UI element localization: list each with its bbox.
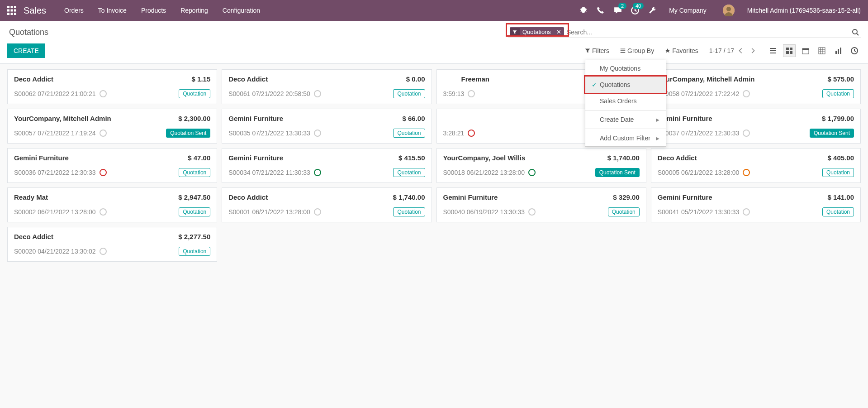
favorites-button[interactable]: Favorites <box>665 47 698 54</box>
view-list-icon[interactable] <box>767 44 779 57</box>
activities-icon[interactable]: 40 <box>631 6 639 14</box>
clock-icon <box>528 208 536 216</box>
kanban-card[interactable]: Ready Mat $ 2,947.50 S00002 06/21/2022 1… <box>7 187 217 222</box>
card-customer: Gemini Furniture <box>658 193 712 201</box>
kanban-card[interactable]: Deco Addict $ 0.00 S00061 07/21/2022 20:… <box>222 69 432 104</box>
svg-rect-14 <box>621 50 626 51</box>
nav-reporting[interactable]: Reporting <box>180 7 208 14</box>
svg-rect-5 <box>14 10 16 12</box>
company-name[interactable]: My Company <box>669 7 706 14</box>
view-activity-icon[interactable] <box>848 44 861 57</box>
view-kanban-icon[interactable] <box>783 44 796 57</box>
bug-icon[interactable] <box>579 6 588 14</box>
card-ref: S00002 06/21/2022 13:28:00 <box>14 208 107 216</box>
kanban-card[interactable]: Deco Addict $ 405.00 S00005 06/21/2022 1… <box>651 148 861 183</box>
user-name[interactable]: Mitchell Admin (17694536-saas-15-2-all) <box>747 7 861 14</box>
create-button[interactable]: CREATE <box>7 43 45 58</box>
filter-my-quotations[interactable]: My Quotations <box>585 60 666 77</box>
phone-icon[interactable] <box>597 6 605 14</box>
filters-dropdown: My Quotations ✓Quotations Sales Orders C… <box>585 60 666 147</box>
kanban-card[interactable]: YourCompany, Mitchell Admin $ 575.00 S00… <box>651 69 861 104</box>
card-ref: S00040 06/19/2022 13:30:33 <box>443 208 536 216</box>
nav-to-invoice[interactable]: To Invoice <box>98 7 127 14</box>
search-icon[interactable] <box>852 29 859 36</box>
view-graph-icon[interactable] <box>832 44 844 57</box>
svg-rect-22 <box>790 51 792 54</box>
svg-rect-0 <box>7 6 9 8</box>
nav-products[interactable]: Products <box>141 7 166 14</box>
search-facet: Quotations ✕ <box>510 27 564 37</box>
card-ref: S00061 07/21/2022 20:58:50 <box>228 90 321 97</box>
app-brand[interactable]: Sales <box>24 5 46 16</box>
pager-next-icon[interactable] <box>749 48 756 54</box>
svg-point-12 <box>853 29 857 34</box>
kanban-card[interactable]: YourCompany, Mitchell Admin $ 2,300.00 S… <box>7 109 217 144</box>
card-ref: S00062 07/21/2022 21:00:21 <box>14 90 107 97</box>
status-badge: Quotation <box>393 129 425 138</box>
svg-rect-30 <box>835 51 837 54</box>
svg-rect-13 <box>621 49 626 50</box>
facet-remove-icon[interactable]: ✕ <box>554 27 564 37</box>
nav-orders[interactable]: Orders <box>64 7 84 14</box>
kanban-card[interactable]: Gemini Furniture $ 1,799.00 S00037 07/21… <box>651 109 861 144</box>
tools-icon[interactable] <box>648 6 656 14</box>
filter-sales-orders[interactable]: Sales Orders <box>585 93 666 109</box>
group-by-button[interactable]: Group By <box>620 47 654 54</box>
status-badge: Quotation <box>179 89 210 98</box>
card-ref: 3:28:21 <box>443 130 475 137</box>
kanban-card[interactable]: Gemini Furniture $ 47.00 S00036 07/21/20… <box>7 148 217 183</box>
status-badge: Quotation <box>822 89 854 98</box>
clock-icon <box>100 248 107 255</box>
chevron-right-icon: ▶ <box>656 117 659 122</box>
card-ref: S00005 06/21/2022 13:28:00 <box>658 169 750 176</box>
card-customer: Deco Addict <box>14 75 53 83</box>
kanban-card[interactable]: Gemini Furniture $ 329.00 S00040 06/19/2… <box>436 187 646 222</box>
status-badge: Quotation <box>393 207 425 216</box>
filter-quotations[interactable]: ✓Quotations <box>585 77 666 93</box>
svg-rect-17 <box>770 50 776 51</box>
card-amount: $ 66.00 <box>402 115 425 122</box>
search-bar[interactable]: Quotations ✕ <box>508 26 861 38</box>
kanban-card[interactable]: YourCompany, Joel Willis $ 1,740.00 S000… <box>436 148 646 183</box>
view-pivot-icon[interactable] <box>816 44 828 57</box>
kanban-card[interactable]: Gemini Furniture $ 66.00 S00035 07/21/20… <box>222 109 432 144</box>
clock-icon <box>468 90 475 97</box>
card-amount: $ 1.15 <box>192 75 211 83</box>
card-amount: $ 2,947.50 <box>178 193 210 201</box>
card-ref: 3:59:13 <box>443 90 475 97</box>
kanban-card[interactable]: Deco Addict $ 2,277.50 S00020 04/21/2022… <box>7 227 217 262</box>
card-amount: $ 575.00 <box>828 75 854 83</box>
svg-rect-1 <box>11 6 13 8</box>
filters-button[interactable]: Filters <box>585 47 609 54</box>
card-amount: $ 1,740.00 <box>393 193 425 201</box>
svg-rect-20 <box>790 48 792 50</box>
svg-rect-31 <box>838 49 839 54</box>
view-calendar-icon[interactable] <box>799 44 812 57</box>
card-customer: YourCompany, Mitchell Admin <box>14 115 111 122</box>
top-navbar: Sales Orders To Invoice Products Reporti… <box>0 0 868 21</box>
clock-icon <box>100 169 107 176</box>
status-badge: Quotation <box>393 168 425 177</box>
card-customer: Deco Addict <box>228 75 268 83</box>
card-customer: YourCompany, Mitchell Admin <box>658 75 755 83</box>
clock-icon <box>528 169 536 176</box>
pager-value[interactable]: 1-17 / 17 <box>709 47 734 54</box>
avatar[interactable] <box>723 5 735 16</box>
card-customer: Deco Addict <box>14 233 53 240</box>
pager-prev-icon[interactable] <box>738 48 744 54</box>
messages-icon[interactable]: 2 <box>614 6 622 14</box>
apps-icon[interactable] <box>7 6 16 15</box>
filter-add-custom[interactable]: Add Custom Filter ▶ <box>585 130 666 146</box>
search-input[interactable] <box>567 29 845 36</box>
svg-rect-24 <box>802 48 809 50</box>
filter-create-date[interactable]: Create Date ▶ <box>585 111 666 128</box>
status-badge: Quotation Sent <box>595 168 640 177</box>
kanban-card[interactable]: Deco Addict $ 1.15 S00062 07/21/2022 21:… <box>7 69 217 104</box>
kanban-card[interactable]: Deco Addict $ 1,740.00 S00001 06/21/2022… <box>222 187 432 222</box>
kanban-card[interactable]: Gemini Furniture $ 141.00 S00041 05/21/2… <box>651 187 861 222</box>
card-customer: Gemini Furniture <box>228 154 283 162</box>
status-badge: Quotation <box>822 168 854 177</box>
kanban-card[interactable]: Gemini Furniture $ 415.50 S00034 07/21/2… <box>222 148 432 183</box>
nav-configuration[interactable]: Configuration <box>223 7 260 14</box>
chevron-right-icon: ▶ <box>656 136 659 141</box>
